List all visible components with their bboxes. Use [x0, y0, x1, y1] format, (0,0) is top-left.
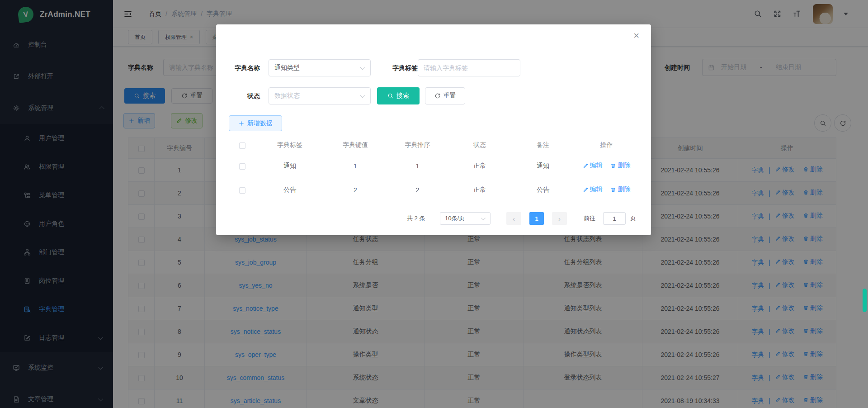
- pagination-total: 共 2 条: [407, 212, 425, 225]
- next-page-button[interactable]: ›: [552, 212, 567, 225]
- dict-name-select[interactable]: 通知类型: [269, 59, 371, 76]
- row-edit-link[interactable]: 编辑: [583, 161, 603, 170]
- pencil-icon: [583, 187, 589, 193]
- row-delete-link[interactable]: 删除: [610, 161, 630, 170]
- trash-icon: [610, 187, 616, 193]
- page-number-button[interactable]: 1: [529, 212, 544, 225]
- page-unit-label: 页: [630, 212, 636, 225]
- chevron-down-icon: [360, 65, 365, 70]
- cell-dict-sort: 2: [387, 178, 448, 202]
- table-row: 公告 2 2 正常 公告 编辑 删除: [229, 178, 638, 202]
- cell-dict-label: 公告: [256, 178, 324, 202]
- chevron-down-icon: [481, 216, 486, 220]
- prev-page-button[interactable]: ‹: [506, 212, 521, 225]
- col-header: 字典排序: [387, 137, 448, 154]
- dict-tag-label: 字典标签: [375, 59, 418, 76]
- chevron-down-icon: [360, 93, 365, 98]
- col-header: 备注: [511, 137, 575, 154]
- cell-dict-sort: 1: [387, 154, 448, 178]
- dict-tag-input[interactable]: [418, 59, 520, 76]
- page-jump-input[interactable]: [603, 212, 626, 225]
- dialog-search-button[interactable]: 搜索: [377, 87, 420, 104]
- goto-label: 前往: [584, 212, 595, 225]
- add-data-button[interactable]: 新增数据: [229, 115, 282, 131]
- row-edit-link[interactable]: 编辑: [583, 185, 603, 194]
- col-header: 状态: [448, 137, 511, 154]
- cell-dict-label: 通知: [256, 154, 324, 178]
- row-delete-link[interactable]: 删除: [610, 185, 630, 194]
- status-select[interactable]: 数据状态: [269, 87, 371, 104]
- cell-remark: 公告: [511, 178, 575, 202]
- search-icon: [387, 93, 394, 99]
- cell-status: 正常: [448, 178, 511, 202]
- refresh-icon: [434, 93, 441, 99]
- row-checkbox[interactable]: [239, 187, 245, 194]
- row-checkbox[interactable]: [239, 163, 245, 170]
- dialog-dict-name-label: 字典名称: [228, 59, 260, 76]
- plus-icon: [238, 120, 245, 127]
- trash-icon: [610, 163, 616, 169]
- pagination: 共 2 条 10条/页 ‹ 1 › 前往 页: [216, 212, 651, 225]
- select-all-checkbox[interactable]: [239, 142, 245, 149]
- col-header: 字典标签: [256, 137, 324, 154]
- cell-remark: 通知: [511, 154, 575, 178]
- cell-dict-value: 1: [324, 154, 387, 178]
- status-label: 状态: [228, 87, 260, 104]
- col-header: 操作: [575, 137, 638, 154]
- table-header-row: 字典标签 字典键值 字典排序 状态 备注 操作: [229, 137, 638, 154]
- table-row: 通知 1 1 正常 通知 编辑 删除: [229, 154, 638, 178]
- cell-dict-value: 2: [324, 178, 387, 202]
- dialog-reset-button[interactable]: 重置: [425, 87, 465, 104]
- dict-data-dialog: × 字典名称 通知类型 字典标签 状态 数据状态 搜索 重置 新增数据: [216, 24, 651, 235]
- close-icon[interactable]: ×: [633, 31, 639, 41]
- dict-data-table: 字典标签 字典键值 字典排序 状态 备注 操作 通知 1 1 正常: [229, 137, 638, 202]
- col-header: 字典键值: [324, 137, 387, 154]
- cell-status: 正常: [448, 154, 511, 178]
- page-size-select[interactable]: 10条/页: [440, 212, 491, 225]
- app-screen: V ZrAdmin.NET 控制台 外部打开 系统管理: [0, 0, 868, 408]
- scrollbar-thumb[interactable]: [863, 289, 867, 312]
- pencil-icon: [583, 163, 589, 169]
